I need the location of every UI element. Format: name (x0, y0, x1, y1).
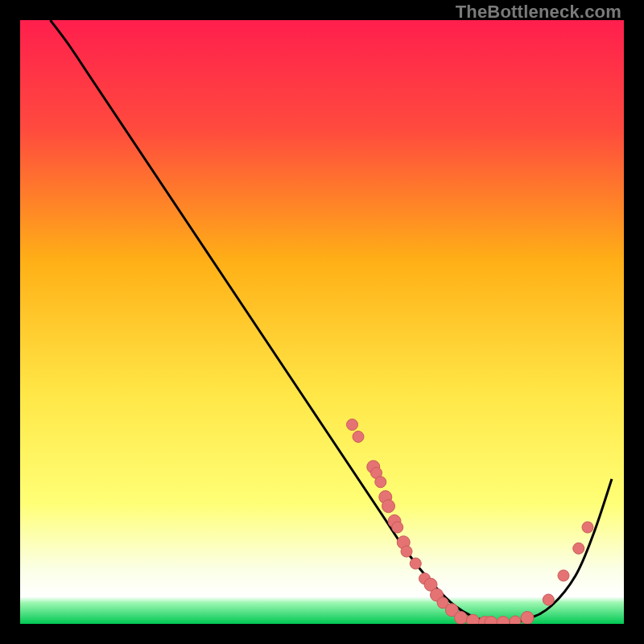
gradient-background (20, 20, 624, 624)
data-point (510, 616, 521, 624)
data-point (392, 522, 403, 533)
bottleneck-chart (20, 20, 624, 624)
data-point (558, 570, 569, 581)
data-point (401, 546, 412, 557)
data-point (467, 614, 480, 624)
data-point (375, 477, 386, 488)
data-point (410, 558, 421, 569)
data-point (347, 419, 358, 431)
data-point (353, 431, 364, 443)
data-point (455, 612, 468, 625)
data-point (573, 543, 584, 554)
data-point (382, 500, 395, 513)
chart-frame (20, 20, 624, 624)
data-point (543, 594, 554, 605)
data-point (521, 612, 534, 625)
data-point (582, 522, 593, 533)
